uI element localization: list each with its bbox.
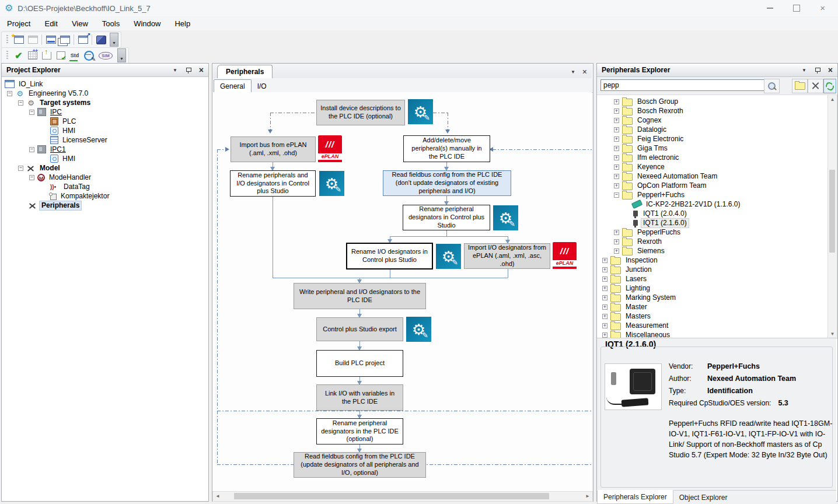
tree-item-ifm-electronic[interactable]: Ifm electronic — [597, 153, 827, 162]
flow-node-cps-export[interactable]: Control plus Studio export — [316, 317, 403, 341]
search-input[interactable] — [600, 79, 765, 91]
expander-icon[interactable] — [614, 118, 619, 123]
tree-item-pepperlfuchs[interactable]: PepperlFuchs — [597, 228, 827, 237]
tree-item-pepperl-fuchs[interactable]: Pepperl+Fuchs — [597, 190, 827, 200]
flow-node-read-fieldbus-update-all[interactable]: Read fieldbus config from the PLC IDE (u… — [294, 452, 426, 478]
tree-item-model[interactable]: Model — [2, 163, 208, 173]
expander-icon[interactable] — [614, 249, 619, 254]
expander-icon[interactable] — [614, 230, 619, 235]
expander-icon[interactable] — [602, 258, 607, 263]
scrollbar-thumb[interactable] — [234, 493, 549, 499]
tab-peripherals-explorer[interactable]: Peripherals Explorer — [597, 490, 673, 504]
expander-icon[interactable] — [614, 164, 619, 170]
tree-item-keyence[interactable]: Keyence — [597, 162, 827, 172]
scroll-up-icon[interactable]: ▲ — [828, 97, 837, 102]
tree-item-hmi[interactable]: HMI — [2, 126, 208, 135]
expander-icon[interactable] — [614, 155, 619, 160]
expander-icon[interactable] — [602, 276, 607, 282]
flow-node-rename-io-designators[interactable]: Rename I/O designators in Control plus S… — [346, 243, 433, 270]
search-button[interactable] — [764, 79, 780, 93]
expander-icon[interactable] — [614, 108, 619, 114]
expander-icon[interactable] — [602, 314, 607, 319]
tree-item-junction[interactable]: Junction — [597, 265, 827, 274]
expander-icon[interactable] — [29, 175, 34, 180]
panel-menu-icon[interactable] — [802, 68, 806, 73]
expander-icon[interactable] — [18, 166, 23, 171]
toolbar-overflow-button[interactable] — [110, 33, 118, 47]
tree-item-peripherals[interactable]: Peripherals — [2, 201, 208, 210]
toolbar-grip[interactable] — [6, 51, 8, 60]
close-document-icon[interactable] — [582, 69, 587, 75]
generate-button[interactable] — [26, 49, 40, 62]
subtab-io[interactable]: I/O — [252, 80, 273, 92]
toolbar-overflow-button[interactable] — [117, 48, 126, 62]
tree-item-hmi[interactable]: HMI — [2, 154, 208, 163]
expander-icon[interactable] — [614, 183, 619, 188]
subtab-general[interactable]: General — [214, 79, 252, 93]
tree-item-iqt1-2040[interactable]: IQT1 (2.0.4.0) — [597, 209, 827, 218]
menu-view[interactable]: View — [65, 17, 95, 30]
tree-item-cognex[interactable]: Cognex — [597, 116, 827, 125]
horizontal-scrollbar[interactable]: ◄ ► — [212, 491, 593, 502]
validate-button[interactable] — [54, 49, 68, 62]
expander-icon[interactable] — [602, 304, 607, 310]
tab-object-explorer[interactable]: Object Explorer — [673, 491, 734, 504]
tree-item-datalogic[interactable]: Datalogic — [597, 125, 827, 134]
expander-icon[interactable] — [614, 174, 619, 179]
menu-edit[interactable]: Edit — [37, 17, 64, 30]
online-edit-button[interactable] — [82, 49, 96, 62]
refresh-button[interactable] — [823, 79, 836, 93]
expander-icon[interactable] — [614, 146, 619, 151]
expander-icon[interactable] — [614, 192, 619, 198]
tree-item-engineering[interactable]: Engineering V5.7.0 — [2, 89, 208, 98]
menu-help[interactable]: Help — [167, 17, 197, 30]
tree-item-lighting[interactable]: Lighting — [597, 284, 827, 293]
package-button[interactable] — [94, 33, 108, 46]
tree-item-masters[interactable]: Masters — [597, 312, 827, 321]
flow-node-rename-peripherals-io[interactable]: Rename peripherals and I/O designators i… — [230, 170, 316, 197]
expander-icon[interactable] — [614, 99, 619, 104]
flow-node-import-io-designators[interactable]: Import I/O designators from ePLAN (.aml,… — [464, 243, 550, 269]
scroll-right-icon[interactable]: ► — [584, 494, 591, 499]
menu-project[interactable]: Project — [0, 17, 37, 30]
tab-peripherals[interactable]: Peripherals — [217, 65, 273, 78]
tree-item-kompaktejektor[interactable]: Kompaktejektor — [2, 191, 208, 201]
expander-icon[interactable] — [614, 239, 619, 244]
panel-menu-icon[interactable] — [173, 68, 177, 73]
flow-node-write-designators[interactable]: Write peripheral and I/O designators to … — [294, 283, 426, 309]
menu-tools[interactable]: Tools — [95, 17, 127, 30]
tree-item-feig-electronic[interactable]: Feig Electronic — [597, 134, 827, 144]
menu-window[interactable]: Window — [127, 17, 167, 30]
tree-item-inspection[interactable]: Inspection — [597, 256, 827, 265]
tree-item-datatag[interactable]: DataTag — [2, 182, 208, 191]
expander-icon[interactable] — [602, 332, 607, 338]
pin-icon[interactable] — [186, 67, 191, 74]
expander-icon[interactable] — [602, 267, 607, 272]
tree-item-target-systems[interactable]: Target systems — [2, 98, 208, 107]
tree-item-ipc1[interactable]: IPC1 — [2, 145, 208, 154]
flow-canvas[interactable]: Install device descriptions to the PLC I… — [212, 92, 592, 491]
tree-item-marking-system[interactable]: Marking System — [597, 293, 827, 302]
toolbar-grip[interactable] — [6, 35, 8, 44]
tools-button[interactable] — [808, 79, 823, 93]
tree-item-ipc[interactable]: IPC — [2, 107, 208, 117]
tree-item-lasers[interactable]: Lasers — [597, 274, 827, 284]
close-icon[interactable] — [828, 67, 833, 74]
flow-node-import-bus-eplan[interactable]: Import bus from ePLAN (.aml, .xml, .ohd) — [231, 136, 316, 162]
cascade-windows-button[interactable] — [58, 33, 72, 46]
expander-icon[interactable] — [602, 295, 607, 300]
flow-node-add-delete-move[interactable]: Add/delete/move peripheral(s) manually i… — [403, 135, 490, 162]
flow-node-install-device-descriptions[interactable]: Install device descriptions to the PLC I… — [316, 100, 405, 125]
tree-item-bosch-rexroth[interactable]: Bosch Rexroth — [597, 106, 827, 116]
open-project-button[interactable] — [26, 33, 40, 46]
new-project-button[interactable] — [12, 33, 26, 46]
tree-item-opcon-platform-team[interactable]: OpCon Platform Team — [597, 181, 827, 190]
tab-list-icon[interactable] — [571, 69, 575, 75]
tree-item-plc[interactable]: PLC — [2, 117, 208, 126]
open-folder-button[interactable] — [792, 79, 808, 93]
tree-item-iqt1-2160[interactable]: IQT1 (2.1.6.0) — [597, 218, 827, 228]
simulation-button[interactable]: SIM — [96, 49, 116, 62]
tree-item-modehandler[interactable]: MModeHandler — [2, 173, 208, 182]
tree-item-bosch-group[interactable]: Bosch Group — [597, 97, 827, 106]
tree-item-measurement[interactable]: Measurement — [597, 321, 827, 330]
